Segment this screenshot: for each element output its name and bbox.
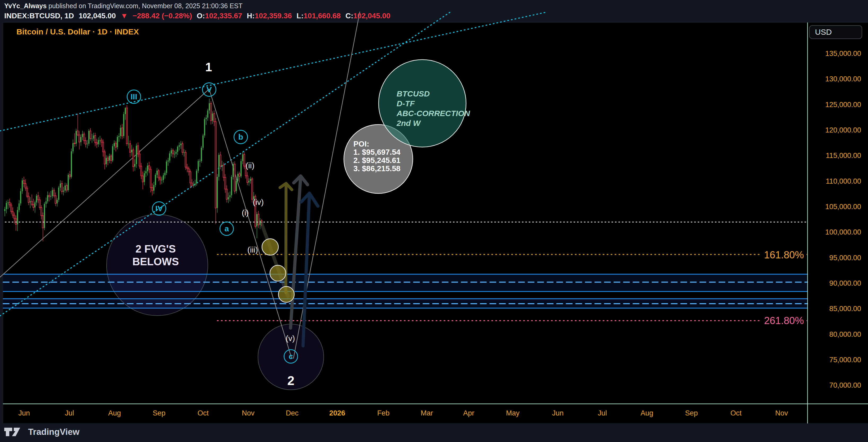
candle-body-down [55, 196, 56, 203]
poi-title: POI: [353, 140, 400, 148]
currency-label: USD [815, 28, 832, 37]
subwave-ii-label[interactable]: (ii) [246, 161, 254, 170]
candle-body-down [14, 215, 15, 219]
candle-body-down [84, 134, 85, 141]
fib-161-label[interactable]: 161.80% [762, 249, 806, 261]
poi-note[interactable]: POI: 1. $95,697.54 2. $95,245.61 3. $86,… [353, 140, 400, 173]
candle-body-up [87, 144, 88, 144]
candle-body-up [201, 148, 202, 161]
candle-body-down [252, 179, 253, 199]
candle-body-up [34, 202, 35, 208]
candle-body-up [229, 195, 230, 197]
candle-body-up [169, 153, 170, 161]
poi-marker-circle-3[interactable] [278, 286, 294, 302]
price-tick-label: 115,000.00 [809, 152, 861, 160]
candle-body-down [223, 165, 224, 177]
candle-body-up [22, 181, 23, 191]
wave-III-circle[interactable]: III [127, 90, 141, 104]
poi-level-2: 2. $95,245.61 [353, 156, 400, 164]
symbol-label: INDEX:BTCUSD, 1D [4, 12, 74, 20]
candle-body-up [167, 161, 168, 162]
candle-body-down [258, 214, 259, 225]
candle-body-down [66, 186, 67, 190]
candle-body-down [90, 131, 91, 138]
candle-body-up [166, 162, 167, 173]
time-tick-label: Oct [731, 409, 742, 417]
subwave-i-label[interactable]: (i) [242, 208, 249, 217]
candle-body-down [224, 177, 226, 189]
projection-arrow-olive[interactable] [286, 184, 286, 292]
high-label: H: [247, 12, 255, 20]
subwave-iv-label[interactable]: (iv) [253, 198, 264, 207]
candle-body-up [20, 191, 21, 203]
candle-body-up [145, 171, 146, 173]
fvg-zone-1[interactable] [3, 274, 808, 291]
candle-body-down [182, 144, 183, 152]
candle-body-up [120, 128, 121, 136]
candle-body-down [160, 178, 161, 180]
candle-body-up [50, 196, 51, 197]
candle-body-down [187, 167, 188, 169]
candle-body-up [156, 171, 157, 175]
price-tick-label: 95,000.00 [809, 254, 861, 262]
author-name: YvYc_Always [4, 2, 46, 9]
candle-body-up [117, 137, 118, 147]
price-tick-label: 80,000.00 [809, 330, 861, 339]
candle-body-up [114, 143, 115, 146]
poi-marker-circle-1[interactable] [262, 239, 278, 255]
candle-body-up [218, 155, 219, 177]
price-chart-canvas[interactable] [0, 0, 868, 442]
candle-body-up [17, 210, 18, 224]
tradingview-footer[interactable]: TradingView [4, 426, 80, 438]
candle-body-down [152, 188, 153, 191]
wave-1-label[interactable]: 1 [205, 60, 212, 74]
candle-body-down [244, 155, 245, 166]
time-tick-label: Oct [197, 409, 209, 417]
candle-body-down [185, 152, 186, 167]
wave-V-circle[interactable]: V [202, 83, 216, 97]
time-tick-label: Feb [377, 409, 390, 417]
price-tick-label: 135,000.00 [809, 50, 861, 58]
candle-body-down [149, 166, 150, 169]
currency-toggle-button[interactable]: USD [809, 25, 862, 39]
candle-body-down [215, 122, 216, 208]
fvg-note-line2: BELOWS [132, 255, 179, 268]
candle-body-up [60, 183, 61, 187]
poi-marker-circle-2[interactable] [270, 265, 286, 281]
wave-c-circle[interactable]: c [284, 349, 298, 364]
time-tick-label: Aug [108, 409, 121, 417]
wave-2-label[interactable]: 2 [287, 373, 294, 388]
subwave-v-label[interactable]: (v) [286, 334, 295, 343]
price-tick-label: 125,000.00 [809, 101, 861, 109]
high-value: 102,359.36 [255, 12, 292, 20]
candle-body-down [38, 196, 39, 200]
wave-a-circle[interactable]: a [219, 222, 234, 236]
candle-body-up [177, 147, 178, 152]
publish-info: YvYc_Always published on TradingView.com… [4, 2, 243, 10]
fib-261-label[interactable]: 261.80% [762, 315, 806, 327]
correction-note[interactable]: BTCUSD D-TF ABC-CORRECTION 2nd W [397, 89, 470, 128]
candle-body-up [68, 175, 69, 190]
fvg-note[interactable]: 2 FVG'S BELOWS [132, 243, 179, 268]
candle-body-down [126, 108, 127, 144]
candle-body-up [174, 154, 175, 155]
price-tick-label: 120,000.00 [809, 126, 861, 134]
candle-body-up [112, 146, 113, 161]
wave-b-circle[interactable]: b [234, 130, 248, 144]
close-label: C: [345, 12, 353, 20]
candle-body-up [199, 161, 200, 162]
candle-body-down [69, 175, 70, 177]
candle-body-up [75, 131, 76, 144]
candle-body-down [53, 190, 54, 195]
candle-body-up [91, 138, 93, 139]
subwave-iii-label[interactable]: (iii) [247, 245, 258, 254]
low-value: 101,660.68 [304, 12, 341, 20]
fvg-note-line1: 2 FVG'S [132, 243, 179, 255]
candle-body-up [180, 144, 181, 145]
time-tick-label: Mar [421, 409, 433, 417]
tradingview-brand-text: TradingView [28, 427, 80, 437]
candle-body-up [256, 214, 257, 226]
wave-IV-circle[interactable]: IV [152, 201, 166, 216]
candle-body-up [80, 137, 82, 142]
price-tick-label: 100,000.00 [809, 228, 861, 236]
